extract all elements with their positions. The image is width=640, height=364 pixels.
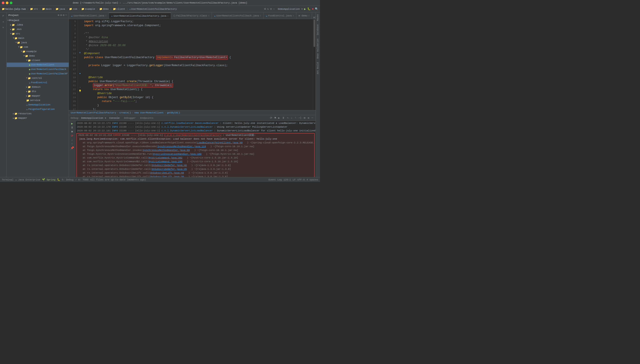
tree-item-FoodControl[interactable]: ☕ FoodControl (7, 80, 69, 85)
maven-panel-label[interactable]: Maven (316, 12, 320, 23)
run-play-btn[interactable]: ▶ (71, 122, 73, 126)
breadcrumb-method[interactable]: create() (119, 112, 131, 114)
close-button[interactable] (2, 2, 5, 4)
tab-demo-m[interactable]: m demo ✕ (296, 13, 312, 19)
project-sync-icon[interactable]: ⊕ (58, 14, 59, 17)
breadcrumb-java[interactable]: 📁 java (56, 8, 65, 10)
debug-btn-run-cursor[interactable]: →| (298, 116, 302, 120)
tab-UserRemoteClient[interactable]: ☕ UserRemoteClient.java ✕ (69, 13, 109, 19)
maximize-button[interactable] (10, 2, 13, 4)
run-config[interactable]: DemoApplication ▾ (278, 8, 303, 10)
run-button[interactable]: ▶ (304, 7, 306, 11)
status-java[interactable]: ☕ Java Enterprise (15, 178, 40, 181)
toolbar-icon-refresh[interactable]: ↻ (267, 7, 269, 11)
stack-link-10[interactable]: OnSubscribeLift.java:30 (150, 175, 184, 177)
project-close-icon[interactable]: — (65, 14, 67, 17)
structure-icon[interactable]: ≡ (1, 25, 6, 30)
tree-item-DemoApplication[interactable]: ☕ DemoApplication (7, 102, 69, 107)
debug-settings[interactable]: ⚙ (307, 116, 310, 120)
toolbar-icon-minus[interactable]: — (273, 8, 275, 11)
status-encoding[interactable]: UTF-8 (297, 178, 305, 181)
tab-FoodControl[interactable]: ☕ FoodControl.java ✕ (264, 13, 296, 19)
breadcrumb-client[interactable]: 📁 client (113, 8, 125, 10)
tree-item-UserRemoteClientFallbackF[interactable]: ◉ UserRemoteClientFallbackF (7, 72, 69, 76)
stack-link-1[interactable]: LoadBalancerFeignClient.java:90 (197, 141, 243, 145)
project-settings-icon[interactable]: ⚙ (63, 14, 64, 17)
tree-item-demo[interactable]: ▼ 📁 demo (7, 54, 69, 58)
tree-item-FeignConfiguration[interactable]: ☕ FeignConfiguration (7, 107, 69, 112)
breadcrumb-demo[interactable]: 📁 demo (99, 8, 109, 10)
tree-item-service[interactable]: 📁 service (7, 98, 69, 102)
breadcrumb-main[interactable]: 📁 main (42, 8, 51, 10)
stack-link-2[interactable]: SynchronousMethodHandler.java:119 (157, 145, 206, 148)
editor-scrollbar[interactable] (313, 19, 316, 110)
tree-item-java[interactable]: ▼ 📁 java (7, 40, 69, 45)
breadcrumb-getbyid[interactable]: getById() (167, 112, 180, 114)
tab-UserRemoteClientFallback[interactable]: ☕ UserRemoteClientFallback.java ✕ (212, 13, 264, 19)
tab-FallbackFactory[interactable]: ⬡ FallbackFactory.class ✕ (171, 13, 212, 19)
tree-item-src[interactable]: ▼ 📁 src (7, 32, 69, 36)
tree-item-idea[interactable]: ▶ 📁 .idea (7, 23, 69, 27)
status-event-log[interactable]: Event Log (269, 178, 282, 181)
debug-run-button[interactable]: 🐛 (307, 7, 311, 11)
tree-item-control[interactable]: ▼ 📁 control (7, 76, 69, 80)
status-lf[interactable]: LF (293, 178, 296, 181)
tree-item-mvn[interactable]: ▶ 📁 .mvn (7, 27, 69, 32)
status-todo[interactable]: ✓ 6: TODO (75, 178, 88, 181)
run-stop-btn[interactable]: ■ (71, 130, 73, 134)
debug-app-name[interactable]: DemoApplication ✕ (81, 116, 106, 120)
tab-UserRemoteClientFallbackFactory[interactable]: ☕ UserRemoteClientFallbackFactory.java ✕ (109, 13, 171, 19)
code-editor[interactable]: import org.slf4j.LoggerFactory; import o… (82, 19, 313, 110)
run-rerun-btn[interactable]: ⟳ (71, 134, 73, 138)
tree-item-client[interactable]: ▼ 📁 client (7, 58, 69, 62)
debug-btn-rerun[interactable]: ⟳ (269, 116, 273, 120)
debug-tab-endpoints[interactable]: Endpoints (139, 116, 155, 120)
breadcrumb-project[interactable]: 📁 hello-july-two (2, 8, 26, 10)
tree-item-resources[interactable]: ▶ 📁 resources (7, 112, 69, 116)
stack-link-5[interactable]: HystrixCommand.java:302 (149, 156, 182, 160)
stack-link-4[interactable]: HystrixInvocationHandler.java:109 (153, 152, 201, 156)
stack-link-3[interactable]: SynchronousMethodHandler.java:89 (143, 148, 190, 152)
tree-item-com[interactable]: ▼ 📁 com (7, 45, 69, 49)
debug-btn-resume[interactable]: ▶ (278, 116, 280, 120)
toolbar-icon-settings[interactable]: ⚙ (270, 7, 272, 11)
debug-btn-step-out[interactable]: ↑ (294, 116, 297, 120)
minimize-button[interactable] (6, 2, 9, 4)
debug-btn-step-into[interactable]: ↓ (290, 116, 293, 120)
status-debug[interactable]: 🐛 5: Debug (57, 178, 73, 181)
tree-item-UserRemoteClient[interactable]: ◉ UserRemoteClient (7, 62, 69, 67)
run-pin-btn[interactable]: 📌 (70, 146, 74, 150)
status-spaces[interactable]: 4 spaces (306, 178, 318, 181)
search-button[interactable]: 🔍 (315, 7, 318, 11)
bean-validation-label[interactable]: Bean Validation (316, 37, 320, 60)
status-terminal[interactable]: Terminal (2, 178, 14, 181)
project-gear-icon[interactable]: ⚙ (60, 14, 62, 17)
tree-item-example[interactable]: ▼ 📁 example (7, 49, 69, 54)
tree-item-UserRemoteClientFallback[interactable]: ◉ UserRemoteClientFallback (7, 67, 69, 72)
debug-btn-stop[interactable]: ■ (274, 116, 277, 120)
database-panel-label[interactable]: Database (316, 23, 320, 37)
breadcrumb-file[interactable]: ☕ UserRemoteClientFallbackFactory (129, 8, 177, 10)
breadcrumb-new[interactable]: new UserRemoteClient (134, 112, 164, 114)
project-icon[interactable]: P (1, 13, 6, 19)
tree-item-project[interactable]: ▼ Project (7, 18, 69, 23)
run-up-btn[interactable]: ↑ (71, 142, 73, 146)
debug-btn-pause[interactable]: ⏸ (281, 116, 285, 120)
breadcrumb-class[interactable]: UserRemoteClientFallbackFactory (71, 112, 116, 114)
tree-item-mapper2[interactable]: ▶ 📁 mapper (7, 116, 69, 120)
ant-build-label[interactable]: Ant Build (316, 60, 320, 76)
error-class-link[interactable]: c.e.d.c.UserRemoteClientFallbackFactory (164, 134, 221, 137)
tab-scroll-right[interactable]: ⊞1 (312, 16, 316, 19)
run-down-btn[interactable]: ↓ (71, 138, 73, 142)
debug-tab-debugger[interactable]: Debugger (123, 116, 137, 120)
status-position[interactable]: 129:1 (284, 178, 291, 181)
tree-item-dto[interactable]: ▶ 📁 dto (7, 89, 69, 94)
stack-link-6[interactable]: HystrixCommand.java:298 (149, 160, 182, 164)
status-spring[interactable]: 🌱 Spring (42, 178, 55, 181)
stack-link-7[interactable]: OnSubscribeDefer.java:46 (152, 164, 187, 167)
stack-link-9[interactable]: OnSubscribeLift.java:48 (150, 171, 184, 175)
favorites-icon[interactable]: ★ (1, 19, 6, 24)
toolbar-icon-structure[interactable]: ⊞ (264, 7, 266, 11)
debug-btn-step-over[interactable]: ↷ (286, 116, 289, 120)
stop-button[interactable]: ■ (312, 8, 314, 11)
